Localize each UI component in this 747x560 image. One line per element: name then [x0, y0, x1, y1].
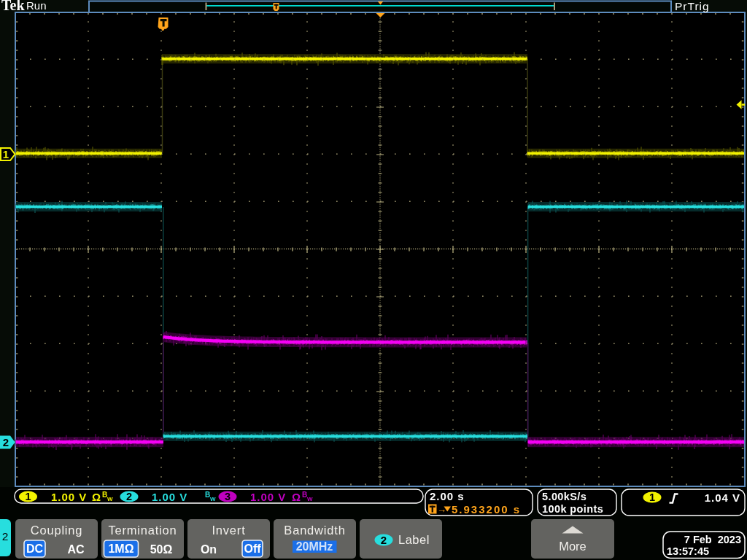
- svg-text:On: On: [201, 543, 217, 556]
- svg-text:7 Feb 2023: 7 Feb 2023: [684, 534, 741, 545]
- svg-text:1.04 V: 1.04 V: [705, 491, 740, 504]
- svg-text:1.00 V: 1.00 V: [51, 491, 87, 503]
- svg-text:Run: Run: [26, 0, 47, 12]
- svg-text:→: →: [437, 504, 446, 515]
- svg-text:50Ω: 50Ω: [150, 543, 173, 556]
- svg-text:PrTrig: PrTrig: [675, 0, 710, 12]
- svg-text:Coupling: Coupling: [31, 524, 83, 537]
- svg-text:Tek: Tek: [1, 0, 25, 13]
- svg-text:Ω: Ω: [92, 491, 101, 503]
- svg-text:13:57:45: 13:57:45: [667, 545, 709, 557]
- svg-text:2: 2: [3, 436, 9, 448]
- svg-text:2.00 s: 2.00 s: [430, 490, 465, 502]
- svg-text:Off: Off: [244, 542, 261, 555]
- svg-text:Label: Label: [398, 533, 430, 546]
- svg-text:Ω: Ω: [292, 491, 301, 503]
- svg-text:2: 2: [2, 530, 9, 542]
- svg-text:W: W: [210, 496, 216, 502]
- svg-text:Invert: Invert: [212, 524, 245, 537]
- svg-text:W: W: [307, 496, 313, 502]
- svg-text:5.933200 s: 5.933200 s: [452, 503, 521, 516]
- svg-text:1MΩ: 1MΩ: [108, 542, 133, 555]
- svg-text:1: 1: [649, 491, 655, 503]
- svg-text:100k points: 100k points: [542, 503, 603, 515]
- svg-text:1.00 V: 1.00 V: [152, 491, 187, 503]
- svg-text:W: W: [107, 496, 113, 502]
- svg-text:2: 2: [126, 491, 132, 502]
- svg-text:20MHz: 20MHz: [296, 540, 333, 553]
- svg-text:DC: DC: [26, 542, 44, 555]
- svg-text:5.00kS/s: 5.00kS/s: [542, 491, 587, 502]
- svg-text:3: 3: [225, 491, 231, 502]
- svg-text:1: 1: [3, 148, 9, 160]
- svg-text:1: 1: [25, 491, 31, 502]
- svg-text:1.00 V: 1.00 V: [250, 491, 286, 503]
- svg-text:More: More: [559, 540, 587, 553]
- svg-text:Bandwidth: Bandwidth: [284, 524, 345, 537]
- svg-text:AC: AC: [67, 543, 85, 556]
- svg-text:Termination: Termination: [108, 524, 177, 537]
- svg-text:2: 2: [381, 534, 387, 546]
